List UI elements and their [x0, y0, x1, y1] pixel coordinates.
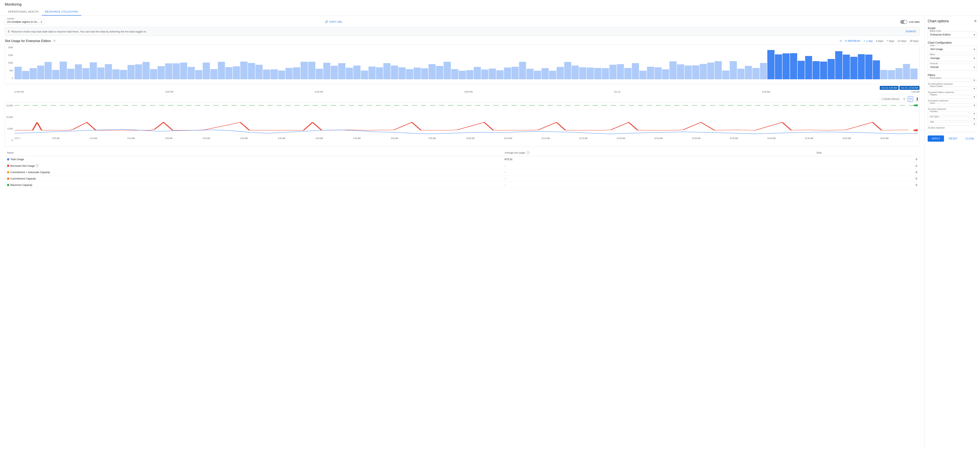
table-cell-slots: 0	[814, 176, 920, 182]
line-chart-y-labels: 15,000 10,000 5,000 0	[5, 104, 14, 141]
bar-83	[640, 71, 647, 79]
bar-95	[730, 61, 737, 79]
svg-point-2	[913, 129, 918, 131]
day-btn-14[interactable]: 14 days	[897, 39, 907, 43]
copy-url-button[interactable]: 🔗 COPY URL	[325, 20, 342, 23]
users-select[interactable]: Users ▾	[928, 103, 977, 107]
interval-help-icon[interactable]: ?	[902, 97, 906, 101]
billing-model-label: Billing model	[929, 30, 942, 32]
day-btn-30[interactable]: 30 days	[909, 39, 920, 43]
bar-104	[797, 61, 805, 79]
scope-section-title: Scope	[928, 27, 977, 30]
bar-chart-container[interactable]: 2000 1500 1000 500 0	[5, 45, 920, 84]
row-help-icon[interactable]: ?	[36, 164, 39, 167]
bar-100	[767, 50, 775, 79]
color-indicator	[7, 178, 9, 180]
refresh-button[interactable]: ↻ REFRESH	[845, 40, 860, 42]
live-data-toggle[interactable]: Live data	[900, 20, 920, 24]
bar-4	[45, 62, 52, 79]
bar-118	[903, 64, 910, 79]
bar-19	[158, 66, 165, 79]
parent-folders-label: Parent Folders	[929, 85, 943, 88]
reservations-select[interactable]: Reservations ▾	[928, 78, 977, 82]
bar-80	[617, 64, 624, 79]
tab-operational-health[interactable]: Operational Health	[5, 8, 42, 16]
main-container: Location US (multiple regions in Un... ▾…	[0, 16, 980, 449]
table-row: Commitment Capacity - 0	[5, 176, 920, 182]
bar-89	[684, 66, 692, 79]
location-value: US (multiple regions in Un...	[7, 20, 39, 23]
metric-select[interactable]: Metric Average ▾	[928, 55, 977, 61]
day-btn-1[interactable]: 1 day	[862, 39, 873, 43]
bar-47	[368, 67, 375, 79]
apply-button[interactable]: APPLY	[928, 136, 944, 142]
toggle-switch[interactable]	[900, 20, 907, 24]
line-chart-container[interactable]: 15,000 10,000 5,000 0	[5, 102, 920, 146]
bar-32	[255, 65, 262, 79]
app-header: Monitoring Operational Health Resource U…	[0, 0, 980, 16]
bar-chart-bars	[14, 46, 918, 79]
bar-49	[383, 63, 391, 79]
billing-model-select[interactable]: Billing model Enterprise Edition ▾	[928, 31, 977, 38]
bar-1	[22, 71, 29, 79]
bar-45	[353, 66, 361, 79]
svg-point-1	[913, 104, 918, 106]
line-chart-btn[interactable]: 〜	[908, 96, 913, 102]
table-cell-name: Total Usage	[5, 156, 502, 163]
content-area: Location US (multiple regions in Un... ▾…	[0, 16, 924, 449]
table-cell-slots: 0	[814, 156, 920, 163]
bar-chart-section: 2000 1500 1000 500 0 Oct 15, 8:58 AM Oct…	[5, 45, 920, 93]
table-cell-avg: -	[502, 163, 814, 169]
col-slots: Slots	[814, 150, 920, 156]
bar-38	[301, 62, 308, 79]
group-by-select[interactable]: Group by Overall ▾	[928, 64, 977, 70]
toggle-thumb	[904, 20, 907, 24]
bar-103	[790, 53, 797, 79]
bar-77	[594, 68, 601, 79]
bar-50	[391, 66, 398, 79]
avg-slot-help-icon[interactable]: ?	[527, 151, 530, 154]
bar-24	[195, 70, 202, 79]
tooltip-2: Oct 15, 10:58 AM	[899, 86, 920, 90]
priorities-select[interactable]: Priorities ▾	[928, 112, 977, 115]
chart-help-icon[interactable]: ?	[52, 39, 56, 43]
info-banner-text: Resource charts may load stale data to i…	[11, 30, 147, 33]
bar-65	[504, 67, 511, 79]
bar-10	[90, 62, 97, 79]
projects-hint: 10 projects maximum	[928, 99, 977, 102]
bar-71	[549, 71, 556, 79]
bar-3	[37, 66, 45, 79]
bar-110	[843, 54, 850, 79]
job-types-select[interactable]: Job Types ▾	[928, 117, 977, 120]
location-select[interactable]: Location US (multiple regions in Un... ▾	[5, 19, 45, 25]
close-panel-icon[interactable]: ✕	[974, 19, 977, 23]
side-panel-footer: APPLY RESET CLOSE	[928, 132, 977, 142]
bar-chart-btn[interactable]: ▐	[914, 96, 920, 102]
dismiss-button[interactable]: DISMISS	[905, 30, 916, 33]
bar-111	[850, 57, 858, 79]
bar-52	[406, 69, 413, 79]
bar-115	[880, 70, 888, 79]
line-chart-x-labels: UTC-79:05 AM9:10 AM9:15 AM9:20 AM9:25 AM…	[14, 137, 918, 139]
bar-66	[511, 67, 519, 79]
tab-resource-utilization[interactable]: Resource Utilization	[42, 8, 81, 16]
bar-2	[30, 68, 37, 79]
bar-108	[827, 59, 835, 79]
reset-button[interactable]: RESET	[946, 136, 961, 142]
bar-5	[52, 70, 59, 79]
chart-controls-help-icon[interactable]: ?	[839, 39, 843, 43]
chart-select[interactable]: Chart Slot Usage ▾	[928, 46, 977, 53]
projects-select[interactable]: Projects ▾	[928, 95, 977, 99]
bar-21	[173, 63, 180, 79]
col-avg-slot: Average slot usage ?	[502, 150, 814, 156]
day-btn-3[interactable]: 3 days	[875, 39, 884, 43]
jobs-select[interactable]: Jobs ▾	[928, 122, 977, 126]
bar-9	[82, 68, 89, 79]
bar-8	[75, 64, 82, 79]
day-btn-7[interactable]: 7 days	[886, 39, 895, 43]
priorities-label: Priorities	[929, 110, 938, 113]
group-by-value: Overall	[930, 66, 939, 69]
close-button[interactable]: CLOSE	[962, 136, 977, 142]
bar-96	[737, 69, 745, 79]
parent-folders-select[interactable]: Parent Folders ▾	[928, 87, 977, 90]
